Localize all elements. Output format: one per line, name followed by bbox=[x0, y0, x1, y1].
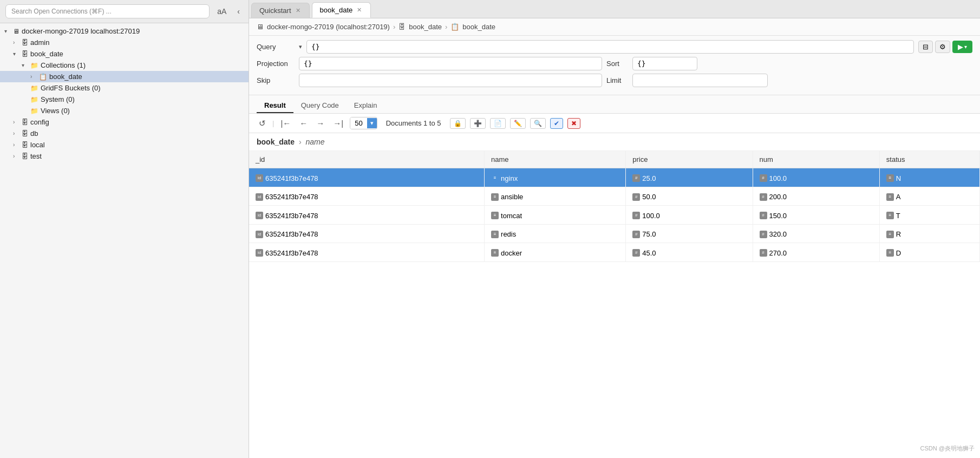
tree-label-admin: admin bbox=[30, 38, 49, 47]
result-tabs: ResultQuery CodeExplain bbox=[249, 95, 980, 114]
nav-last-button[interactable]: →| bbox=[331, 117, 345, 129]
result-table-wrap: _idnamepricenumstatusid635241f3b7e478≡ng… bbox=[249, 151, 980, 458]
projection-input[interactable] bbox=[299, 57, 602, 70]
nav-first-button[interactable]: |← bbox=[278, 117, 293, 129]
refresh-button[interactable]: ↺ bbox=[257, 117, 268, 129]
result-tab-result[interactable]: Result bbox=[257, 99, 293, 113]
tree-label-views: Views (0) bbox=[41, 107, 70, 115]
sidebar-item-connection[interactable]: ▾🖥docker-mongo-27019 localhost:27019 bbox=[0, 25, 249, 37]
sidebar-item-gridfs[interactable]: 📁GridFS Buckets (0) bbox=[0, 82, 249, 94]
tab-book_date[interactable]: book_date✕ bbox=[312, 2, 371, 18]
cell-price: #75.0 bbox=[626, 224, 753, 243]
cell-num: #100.0 bbox=[753, 168, 879, 187]
sidebar-item-db[interactable]: ›🗄db bbox=[0, 128, 249, 139]
table-row[interactable]: id635241f3b7e478≡redis#75.0#320.0≡R bbox=[249, 224, 980, 243]
nav-prev-button[interactable]: ← bbox=[297, 117, 310, 129]
cell-name: ≡nginx bbox=[485, 168, 626, 187]
tab-close-book_date[interactable]: ✕ bbox=[356, 6, 363, 14]
add-doc-button[interactable]: ➕ bbox=[470, 118, 486, 129]
sidebar-item-local[interactable]: ›🗄local bbox=[0, 139, 249, 151]
filter-button[interactable]: ⊟ bbox=[918, 41, 933, 53]
sidebar-item-system[interactable]: 📁System (0) bbox=[0, 94, 249, 105]
cell-id: id635241f3b7e478 bbox=[249, 187, 485, 206]
cell-id: id635241f3b7e478 bbox=[249, 206, 485, 225]
search-doc-button[interactable]: 🔍 bbox=[530, 118, 546, 129]
result-path: book_date › name bbox=[249, 133, 980, 151]
validate-button[interactable]: ✔ bbox=[550, 118, 563, 129]
column-header-_id[interactable]: _id bbox=[249, 151, 485, 168]
cell-num: #200.0 bbox=[753, 187, 879, 206]
cell-name: ≡ansible bbox=[485, 187, 626, 206]
sidebar-item-book_date_col[interactable]: ›📋book_date bbox=[0, 71, 249, 82]
collapse-button[interactable]: ‹ bbox=[234, 5, 243, 17]
query-input[interactable] bbox=[306, 40, 914, 54]
cell-name: ≡docker bbox=[485, 243, 626, 262]
tree-icon-book_date_col: 📋 bbox=[39, 73, 47, 81]
column-header-status[interactable]: status bbox=[879, 151, 979, 168]
sidebar-item-book_date[interactable]: ▾🗄book_date bbox=[0, 48, 249, 60]
tree-icon-collections: 📁 bbox=[30, 62, 38, 69]
edit-doc-button[interactable]: ✏️ bbox=[510, 118, 526, 129]
run-button[interactable]: ▶ ▾ bbox=[952, 41, 972, 53]
table-row[interactable]: id635241f3b7e478≡docker#45.0#270.0≡D bbox=[249, 243, 980, 262]
result-tab-explain[interactable]: Explain bbox=[347, 99, 385, 113]
column-header-num[interactable]: num bbox=[753, 151, 879, 168]
font-size-button[interactable]: aA bbox=[214, 5, 230, 17]
toolbar-divider-1: | bbox=[272, 119, 274, 127]
breadcrumb-collection: book_date bbox=[462, 23, 495, 31]
nav-next-button[interactable]: → bbox=[314, 117, 326, 129]
tree-icon-local: 🗄 bbox=[22, 141, 28, 149]
sort-input[interactable] bbox=[632, 57, 697, 70]
cell-status: ≡N bbox=[879, 168, 979, 187]
sidebar-header: Search Open Connections (⌘F) ... aA ‹ bbox=[0, 0, 249, 23]
sidebar-item-config[interactable]: ›🗄config bbox=[0, 116, 249, 128]
limit-input[interactable] bbox=[632, 74, 768, 87]
cell-id: id635241f3b7e478 bbox=[249, 224, 485, 243]
sidebar-item-views[interactable]: 📁Views (0) bbox=[0, 105, 249, 116]
result-path-sep: › bbox=[299, 138, 302, 146]
tree-arrow-config: › bbox=[13, 119, 19, 125]
watermark: CSDN @炎明地狮子 bbox=[920, 444, 975, 453]
tabs-bar: Quickstart✕book_date✕ bbox=[249, 0, 980, 18]
column-header-name[interactable]: name bbox=[485, 151, 626, 168]
tree-icon-connection: 🖥 bbox=[13, 28, 19, 35]
skip-input[interactable] bbox=[299, 74, 602, 87]
tree-icon-gridfs: 📁 bbox=[30, 84, 38, 92]
cell-num: #270.0 bbox=[753, 243, 879, 262]
query-row: Query ▾ ⊟ ⚙ ▶ ▾ bbox=[257, 40, 972, 54]
tree-arrow-connection: ▾ bbox=[4, 28, 11, 34]
breadcrumb-database-icon: 🗄 bbox=[398, 23, 406, 31]
result-tab-query_code[interactable]: Query Code bbox=[293, 99, 347, 113]
breadcrumb-sep-2: › bbox=[445, 23, 447, 31]
query-actions: ⊟ ⚙ ▶ ▾ bbox=[918, 41, 972, 53]
tab-close-quickstart[interactable]: ✕ bbox=[295, 7, 302, 14]
delete-button[interactable]: ✖ bbox=[567, 118, 580, 129]
breadcrumb-connection-icon: 🖥 bbox=[257, 23, 264, 31]
tree-label-local: local bbox=[30, 141, 45, 149]
result-table: _idnamepricenumstatusid635241f3b7e478≡ng… bbox=[249, 151, 980, 262]
tree-icon-book_date: 🗄 bbox=[22, 50, 28, 58]
cell-price: #100.0 bbox=[626, 206, 753, 225]
sidebar-item-test[interactable]: ›🗄test bbox=[0, 151, 249, 162]
query-area: Query ▾ ⊟ ⚙ ▶ ▾ Projection Sort Skip Lim… bbox=[249, 36, 980, 95]
settings-button[interactable]: ⚙ bbox=[935, 41, 950, 53]
lock-button[interactable]: 🔒 bbox=[450, 118, 466, 129]
sidebar-item-admin[interactable]: ›🗄admin bbox=[0, 37, 249, 48]
tree-arrow-book_date_col: › bbox=[30, 74, 37, 80]
result-path-collection: book_date bbox=[257, 138, 295, 146]
search-input[interactable]: Search Open Connections (⌘F) ... bbox=[5, 4, 210, 18]
table-row[interactable]: id635241f3b7e478≡tomcat#100.0#150.0≡T bbox=[249, 206, 980, 225]
copy-doc-button[interactable]: 📄 bbox=[490, 118, 506, 129]
page-size-select[interactable]: 50 ▾ bbox=[350, 117, 377, 129]
tab-quickstart[interactable]: Quickstart✕ bbox=[251, 3, 310, 18]
page-size-arrow[interactable]: ▾ bbox=[367, 118, 377, 128]
tree-label-connection: docker-mongo-27019 localhost:27019 bbox=[22, 27, 140, 35]
cell-price: #25.0 bbox=[626, 168, 753, 187]
table-row[interactable]: id635241f3b7e478≡nginx#25.0#100.0≡N bbox=[249, 168, 980, 187]
sidebar-item-collections[interactable]: ▾📁Collections (1) bbox=[0, 60, 249, 71]
query-dropdown-button[interactable]: ▾ bbox=[299, 43, 302, 50]
column-header-price[interactable]: price bbox=[626, 151, 753, 168]
tab-label-quickstart: Quickstart bbox=[259, 6, 291, 15]
page-size-value: 50 bbox=[350, 117, 367, 129]
table-row[interactable]: id635241f3b7e478≡ansible#50.0#200.0≡A bbox=[249, 187, 980, 206]
